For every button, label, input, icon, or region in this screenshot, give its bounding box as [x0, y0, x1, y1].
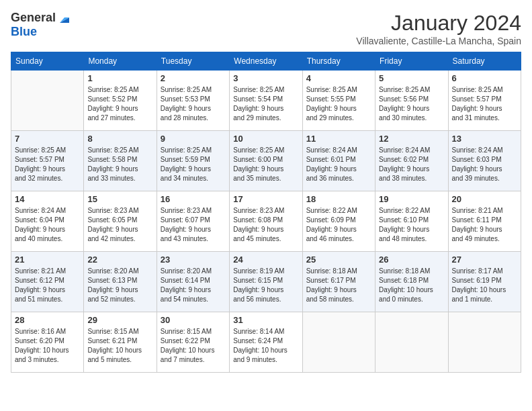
- day-of-week-header: Friday: [375, 52, 448, 71]
- calendar-day-cell: 21Sunrise: 8:21 AM Sunset: 6:12 PM Dayli…: [11, 252, 84, 312]
- calendar-day-cell: 30Sunrise: 8:15 AM Sunset: 6:22 PM Dayli…: [157, 312, 229, 373]
- calendar-day-cell: 23Sunrise: 8:20 AM Sunset: 6:14 PM Dayli…: [157, 252, 229, 312]
- day-info: Sunrise: 8:23 AM Sunset: 6:05 PM Dayligh…: [87, 206, 152, 244]
- day-number: 5: [379, 73, 444, 83]
- title-block: January 2024 Villavaliente, Castille-La …: [356, 11, 521, 46]
- day-number: 28: [15, 315, 80, 325]
- month-title: January 2024: [356, 11, 521, 36]
- day-number: 15: [87, 194, 152, 204]
- calendar-day-cell: 26Sunrise: 8:18 AM Sunset: 6:18 PM Dayli…: [375, 252, 448, 312]
- calendar-day-cell: 25Sunrise: 8:18 AM Sunset: 6:17 PM Dayli…: [302, 252, 375, 312]
- calendar-week-row: 21Sunrise: 8:21 AM Sunset: 6:12 PM Dayli…: [11, 252, 521, 312]
- day-number: 21: [15, 255, 80, 265]
- calendar-day-cell: 27Sunrise: 8:17 AM Sunset: 6:19 PM Dayli…: [448, 252, 521, 312]
- calendar-day-cell: 31Sunrise: 8:14 AM Sunset: 6:24 PM Dayli…: [230, 312, 302, 373]
- day-number: 31: [233, 315, 298, 325]
- day-number: 26: [379, 255, 444, 265]
- calendar-day-cell: 7Sunrise: 8:25 AM Sunset: 5:57 PM Daylig…: [11, 131, 84, 191]
- day-number: 16: [161, 194, 226, 204]
- day-of-week-header: Tuesday: [157, 52, 229, 71]
- calendar-day-cell: 4Sunrise: 8:25 AM Sunset: 5:55 PM Daylig…: [302, 71, 375, 131]
- day-number: 9: [161, 134, 226, 144]
- day-info: Sunrise: 8:24 AM Sunset: 6:04 PM Dayligh…: [15, 206, 80, 244]
- day-number: 14: [15, 194, 80, 204]
- day-info: Sunrise: 8:25 AM Sunset: 5:55 PM Dayligh…: [306, 85, 371, 123]
- calendar-day-cell: 12Sunrise: 8:24 AM Sunset: 6:02 PM Dayli…: [375, 131, 448, 191]
- calendar-day-cell: 1Sunrise: 8:25 AM Sunset: 5:52 PM Daylig…: [84, 71, 157, 131]
- day-number: 3: [233, 73, 298, 83]
- day-info: Sunrise: 8:18 AM Sunset: 6:17 PM Dayligh…: [306, 267, 371, 304]
- day-info: Sunrise: 8:17 AM Sunset: 6:19 PM Dayligh…: [452, 267, 517, 304]
- page-header: General Blue January 2024 Villavaliente,…: [11, 11, 521, 46]
- day-number: 2: [161, 73, 226, 83]
- calendar-day-cell: 28Sunrise: 8:16 AM Sunset: 6:20 PM Dayli…: [11, 312, 84, 373]
- day-of-week-header: Thursday: [302, 52, 375, 71]
- day-of-week-header: Saturday: [448, 52, 521, 71]
- day-info: Sunrise: 8:24 AM Sunset: 6:01 PM Dayligh…: [306, 146, 371, 183]
- day-info: Sunrise: 8:22 AM Sunset: 6:10 PM Dayligh…: [379, 206, 444, 244]
- day-number: 13: [452, 134, 517, 144]
- calendar-day-cell: 19Sunrise: 8:22 AM Sunset: 6:10 PM Dayli…: [375, 191, 448, 252]
- day-of-week-header: Sunday: [11, 52, 84, 71]
- calendar-week-row: 14Sunrise: 8:24 AM Sunset: 6:04 PM Dayli…: [11, 191, 521, 252]
- day-info: Sunrise: 8:25 AM Sunset: 5:57 PM Dayligh…: [452, 85, 517, 123]
- calendar-day-cell: 8Sunrise: 8:25 AM Sunset: 5:58 PM Daylig…: [84, 131, 157, 191]
- calendar-day-cell: [302, 312, 375, 373]
- day-number: 29: [87, 315, 152, 325]
- day-number: 10: [233, 134, 298, 144]
- day-info: Sunrise: 8:15 AM Sunset: 6:22 PM Dayligh…: [161, 327, 226, 365]
- calendar-day-cell: 6Sunrise: 8:25 AM Sunset: 5:57 PM Daylig…: [448, 71, 521, 131]
- calendar-day-cell: [11, 71, 84, 131]
- day-info: Sunrise: 8:23 AM Sunset: 6:08 PM Dayligh…: [233, 206, 298, 244]
- day-info: Sunrise: 8:18 AM Sunset: 6:18 PM Dayligh…: [379, 267, 444, 304]
- calendar-week-row: 7Sunrise: 8:25 AM Sunset: 5:57 PM Daylig…: [11, 131, 521, 191]
- day-info: Sunrise: 8:25 AM Sunset: 5:53 PM Dayligh…: [161, 85, 226, 123]
- day-number: 4: [306, 73, 371, 83]
- day-number: 11: [306, 134, 371, 144]
- day-number: 8: [87, 134, 152, 144]
- logo: General Blue: [11, 11, 72, 39]
- day-info: Sunrise: 8:25 AM Sunset: 5:56 PM Dayligh…: [379, 85, 444, 123]
- calendar-day-cell: 13Sunrise: 8:24 AM Sunset: 6:03 PM Dayli…: [448, 131, 521, 191]
- calendar-day-cell: 20Sunrise: 8:21 AM Sunset: 6:11 PM Dayli…: [448, 191, 521, 252]
- calendar-week-row: 1Sunrise: 8:25 AM Sunset: 5:52 PM Daylig…: [11, 71, 521, 131]
- calendar-day-cell: 5Sunrise: 8:25 AM Sunset: 5:56 PM Daylig…: [375, 71, 448, 131]
- logo-icon: [57, 11, 72, 26]
- day-number: 25: [306, 255, 371, 265]
- day-number: 30: [161, 315, 226, 325]
- calendar-day-cell: 10Sunrise: 8:25 AM Sunset: 6:00 PM Dayli…: [230, 131, 302, 191]
- day-info: Sunrise: 8:24 AM Sunset: 6:03 PM Dayligh…: [452, 146, 517, 183]
- day-number: 18: [306, 194, 371, 204]
- calendar-day-cell: 18Sunrise: 8:22 AM Sunset: 6:09 PM Dayli…: [302, 191, 375, 252]
- day-number: 1: [87, 73, 152, 83]
- day-info: Sunrise: 8:20 AM Sunset: 6:14 PM Dayligh…: [161, 267, 226, 304]
- logo-blue-text: Blue: [11, 26, 72, 39]
- day-info: Sunrise: 8:20 AM Sunset: 6:13 PM Dayligh…: [87, 267, 152, 304]
- calendar-day-cell: 14Sunrise: 8:24 AM Sunset: 6:04 PM Dayli…: [11, 191, 84, 252]
- day-info: Sunrise: 8:25 AM Sunset: 5:54 PM Dayligh…: [233, 85, 298, 123]
- calendar-day-cell: 11Sunrise: 8:24 AM Sunset: 6:01 PM Dayli…: [302, 131, 375, 191]
- logo-general-text: General: [11, 11, 56, 25]
- calendar-day-cell: 3Sunrise: 8:25 AM Sunset: 5:54 PM Daylig…: [230, 71, 302, 131]
- calendar-day-cell: 16Sunrise: 8:23 AM Sunset: 6:07 PM Dayli…: [157, 191, 229, 252]
- day-info: Sunrise: 8:15 AM Sunset: 6:21 PM Dayligh…: [87, 327, 152, 365]
- day-number: 17: [233, 194, 298, 204]
- day-info: Sunrise: 8:19 AM Sunset: 6:15 PM Dayligh…: [233, 267, 298, 304]
- day-of-week-header: Monday: [84, 52, 157, 71]
- day-info: Sunrise: 8:21 AM Sunset: 6:12 PM Dayligh…: [15, 267, 80, 304]
- day-number: 12: [379, 134, 444, 144]
- calendar-day-cell: [375, 312, 448, 373]
- calendar-day-cell: 24Sunrise: 8:19 AM Sunset: 6:15 PM Dayli…: [230, 252, 302, 312]
- calendar-day-cell: 17Sunrise: 8:23 AM Sunset: 6:08 PM Dayli…: [230, 191, 302, 252]
- day-info: Sunrise: 8:21 AM Sunset: 6:11 PM Dayligh…: [452, 206, 517, 244]
- day-info: Sunrise: 8:23 AM Sunset: 6:07 PM Dayligh…: [161, 206, 226, 244]
- day-number: 27: [452, 255, 517, 265]
- day-number: 24: [233, 255, 298, 265]
- day-info: Sunrise: 8:25 AM Sunset: 5:59 PM Dayligh…: [161, 146, 226, 183]
- day-number: 20: [452, 194, 517, 204]
- calendar-header-row: SundayMondayTuesdayWednesdayThursdayFrid…: [11, 52, 521, 71]
- day-number: 23: [161, 255, 226, 265]
- calendar-table: SundayMondayTuesdayWednesdayThursdayFrid…: [11, 52, 521, 373]
- location-subtitle: Villavaliente, Castille-La Mancha, Spain: [356, 36, 521, 46]
- day-number: 22: [87, 255, 152, 265]
